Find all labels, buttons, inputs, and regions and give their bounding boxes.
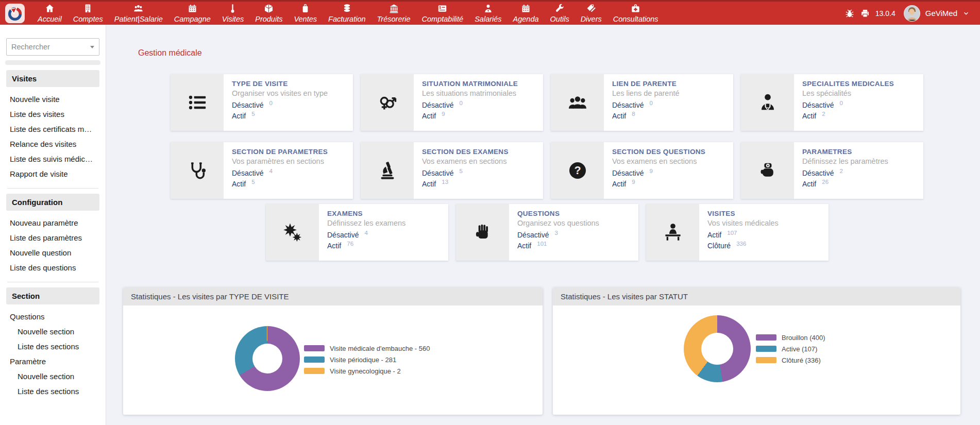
chart-legend: Visite médicale d'embauche - 560 Visite … xyxy=(304,343,430,377)
users-icon xyxy=(133,3,144,14)
user-menu[interactable]: GeViMed xyxy=(925,9,957,18)
sidebar-item-nouvelle-visite[interactable]: Nouvelle visite xyxy=(6,92,99,107)
stat-label[interactable]: Actif xyxy=(232,180,246,188)
nav-item-label: Visites xyxy=(222,15,244,23)
nav-item-campagne[interactable]: Campagne xyxy=(168,2,216,25)
donut-chart-statut[interactable] xyxy=(684,315,751,382)
stat-label[interactable]: Désactivé xyxy=(612,101,644,109)
nav-item-comptes[interactable]: Comptes xyxy=(67,2,109,25)
stat-label[interactable]: Désactivé xyxy=(422,101,453,109)
doctor-icon xyxy=(741,74,794,131)
legend-swatch xyxy=(304,345,325,351)
cards-row-1: TYPE DE VISITE Organiser vos visites en … xyxy=(171,74,923,131)
sidebar-item-liste-des-parametres[interactable]: Liste des paramètres xyxy=(6,230,99,245)
stat-label[interactable]: Actif xyxy=(707,231,721,239)
legend-item: Active (107) xyxy=(756,343,825,354)
nav-item-label: Consultations xyxy=(613,15,658,23)
nav-item-accueil[interactable]: Accueil xyxy=(32,2,67,25)
nav-item-divers[interactable]: Divers xyxy=(575,2,607,25)
card-title[interactable]: SPECIALITES MEDICALES xyxy=(802,80,915,88)
nav-item-patient-salarie[interactable]: Patient|Salarie xyxy=(109,2,168,25)
sidebar-item-liste-des-sections-parametre[interactable]: Liste des sections xyxy=(6,384,99,399)
panel-title: Statistiques - Les visites par STATUT xyxy=(553,287,960,305)
nav-item-ventes[interactable]: Ventes xyxy=(288,2,323,25)
nav-item-label: Accueil xyxy=(38,15,62,23)
card-title[interactable]: QUESTIONS xyxy=(517,210,630,217)
stat-label[interactable]: Désactivé xyxy=(612,169,644,177)
user-avatar[interactable] xyxy=(904,5,920,22)
sidebar-item-rapport-de-visite[interactable]: Rapport de visite xyxy=(6,166,99,181)
stat-label[interactable]: Désactivé xyxy=(232,101,263,109)
sidebar-item-nouvelle-section-parametre[interactable]: Nouvelle section xyxy=(6,369,99,384)
stat-label[interactable]: Désactivé xyxy=(517,231,549,239)
stat-label[interactable]: Actif xyxy=(517,242,531,250)
stat-label[interactable]: Clôturé xyxy=(707,242,731,250)
nav-item-salaries[interactable]: Salariés xyxy=(469,2,507,25)
bug-icon[interactable] xyxy=(844,8,855,19)
sidebar-item-liste-des-certificats[interactable]: Liste des certificats médi... xyxy=(6,122,99,137)
stat-label[interactable]: Désactivé xyxy=(327,231,359,239)
legend-label: Visite périodique - 281 xyxy=(330,356,396,364)
chevron-down-icon[interactable] xyxy=(962,10,970,17)
coins-icon xyxy=(342,3,352,14)
card-title[interactable]: VISITES xyxy=(707,210,820,217)
nav-item-visites[interactable]: Visites xyxy=(216,2,249,25)
card-title[interactable]: SECTION DES EXAMENS xyxy=(422,148,535,156)
card-title[interactable]: PARAMETRES xyxy=(802,148,915,156)
stat-label[interactable]: Désactivé xyxy=(802,101,834,109)
stat-label[interactable]: Actif xyxy=(422,180,436,188)
stat-label[interactable]: Désactivé xyxy=(802,169,834,177)
legend-swatch xyxy=(756,346,776,352)
card-title[interactable]: EXAMENS xyxy=(327,210,440,217)
calendar-icon xyxy=(520,3,531,14)
card-title[interactable]: SECTION DES QUESTIONS xyxy=(612,148,725,156)
nav-item-label: Patient|Salarie xyxy=(114,15,163,23)
card-subtitle: Les liens de parenté xyxy=(612,89,725,97)
stat-label[interactable]: Actif xyxy=(802,112,816,120)
building-icon xyxy=(82,3,93,14)
sidebar-item-liste-des-suivis[interactable]: Liste des suivis médicaux xyxy=(6,151,99,166)
sidebar-item-liste-des-visites[interactable]: Liste des visites xyxy=(6,107,99,122)
sidebar-item-liste-des-questions[interactable]: Liste des questions xyxy=(6,260,99,275)
sidebar: Rechercher Visites Nouvelle visite Liste… xyxy=(0,25,106,425)
nav-item-consultations[interactable]: Consultations xyxy=(607,2,664,25)
card-title[interactable]: SECTION DE PARAMETRES xyxy=(232,148,345,156)
stat-label[interactable]: Désactivé xyxy=(232,169,263,177)
cards-row-3: EXAMENS Définissez les examens Désactivé… xyxy=(266,204,829,261)
stat-label[interactable]: Actif xyxy=(422,112,436,120)
app-logo[interactable] xyxy=(5,4,25,23)
stat-label[interactable]: Actif xyxy=(612,180,626,188)
nav-item-label: Facturation xyxy=(328,15,366,23)
sidebar-item-parametre[interactable]: Paramètre xyxy=(6,354,99,369)
sidebar-item-liste-des-sections-questions[interactable]: Liste des sections xyxy=(6,339,99,354)
stat-label[interactable]: Actif xyxy=(232,112,246,120)
sidebar-item-nouvelle-question[interactable]: Nouvelle question xyxy=(6,245,99,260)
sidebar-item-relance-des-visites[interactable]: Relance des visites xyxy=(6,137,99,151)
stat-value: 2 xyxy=(839,168,842,174)
stat-value: 336 xyxy=(736,241,746,247)
nav-item-agenda[interactable]: Agenda xyxy=(508,2,545,25)
sidebar-item-nouveau-parametre[interactable]: Nouveau paramètre xyxy=(6,215,99,230)
card-situation-matrimoniale: SITUATION MATRIMONIALE Les situations ma… xyxy=(361,74,543,131)
stat-label[interactable]: Actif xyxy=(327,242,341,250)
chart-legend: Brouillon (400) Active (107) Clôturé (33… xyxy=(756,332,825,366)
nav-item-facturation[interactable]: Facturation xyxy=(323,2,371,25)
sidebar-scrollbar[interactable] xyxy=(5,60,100,65)
stat-label[interactable]: Désactivé xyxy=(422,169,453,177)
print-icon[interactable] xyxy=(860,8,870,19)
stat-label[interactable]: Actif xyxy=(612,112,626,120)
nav-item-outils[interactable]: Outils xyxy=(545,2,575,25)
nav-item-comptabilite[interactable]: $ Comptabilité xyxy=(416,2,469,25)
sidebar-item-nouvelle-section-questions[interactable]: Nouvelle section xyxy=(6,324,99,339)
card-title[interactable]: SITUATION MATRIMONIALE xyxy=(422,80,535,88)
bank-icon xyxy=(388,3,399,14)
card-title[interactable]: TYPE DE VISITE xyxy=(232,80,345,88)
stat-label[interactable]: Actif xyxy=(802,180,816,188)
card-title[interactable]: LIEN DE PARENTE xyxy=(612,80,725,88)
sidebar-item-questions[interactable]: Questions xyxy=(6,309,99,324)
nav-item-produits[interactable]: Produits xyxy=(249,2,288,25)
list-icon xyxy=(171,74,224,131)
donut-chart-type-de-visite[interactable] xyxy=(235,326,300,391)
nav-item-tresorerie[interactable]: Trésorerie xyxy=(371,2,416,25)
search-input[interactable]: Rechercher xyxy=(6,38,99,56)
